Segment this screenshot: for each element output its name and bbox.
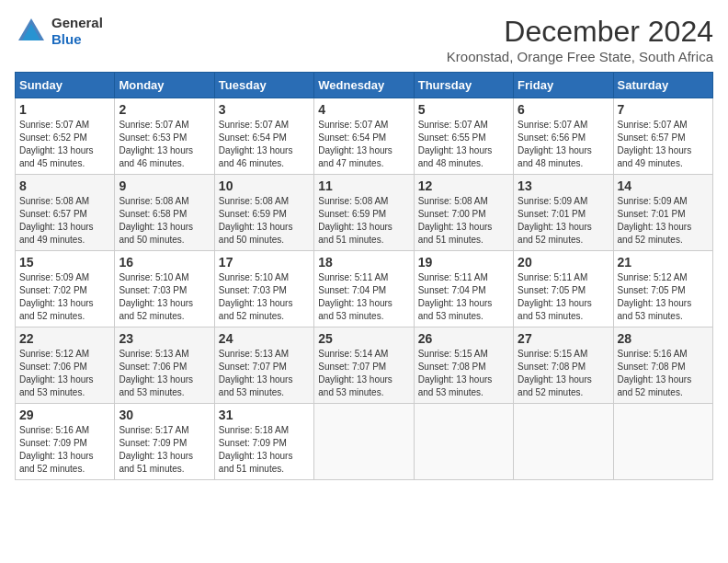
- day-number: 16: [119, 255, 210, 270]
- day-number: 28: [618, 331, 709, 346]
- week-row-2: 8 Sunrise: 5:08 AM Sunset: 6:57 PM Dayli…: [16, 175, 713, 251]
- calendar-cell: 5 Sunrise: 5:07 AM Sunset: 6:55 PM Dayli…: [414, 98, 513, 175]
- day-info: Sunrise: 5:11 AM Sunset: 7:05 PM Dayligh…: [518, 271, 609, 323]
- week-row-5: 29 Sunrise: 5:16 AM Sunset: 7:09 PM Dayl…: [16, 404, 713, 480]
- column-header-thursday: Thursday: [414, 73, 513, 98]
- calendar-cell: 14 Sunrise: 5:09 AM Sunset: 7:01 PM Dayl…: [613, 175, 712, 251]
- day-number: 7: [618, 102, 709, 117]
- week-row-4: 22 Sunrise: 5:12 AM Sunset: 7:06 PM Dayl…: [16, 327, 713, 404]
- day-info: Sunrise: 5:09 AM Sunset: 7:02 PM Dayligh…: [19, 271, 110, 323]
- calendar-cell: 10 Sunrise: 5:08 AM Sunset: 6:59 PM Dayl…: [214, 175, 313, 251]
- day-number: 12: [418, 178, 509, 193]
- day-number: 15: [19, 255, 110, 270]
- day-number: 13: [518, 178, 609, 193]
- day-info: Sunrise: 5:07 AM Sunset: 6:53 PM Dayligh…: [119, 119, 210, 170]
- header: General Blue December 2024 Kroonstad, Or…: [15, 15, 713, 64]
- calendar-cell: 11 Sunrise: 5:08 AM Sunset: 6:59 PM Dayl…: [314, 175, 414, 251]
- day-number: 30: [119, 408, 210, 422]
- column-header-friday: Friday: [514, 73, 613, 98]
- calendar-cell: 15 Sunrise: 5:09 AM Sunset: 7:02 PM Dayl…: [16, 251, 115, 327]
- day-info: Sunrise: 5:07 AM Sunset: 6:57 PM Dayligh…: [618, 119, 709, 170]
- logo: General Blue: [15, 15, 103, 48]
- day-number: 21: [618, 255, 709, 270]
- calendar-cell: 31 Sunrise: 5:18 AM Sunset: 7:09 PM Dayl…: [214, 404, 313, 480]
- calendar-cell: 6 Sunrise: 5:07 AM Sunset: 6:56 PM Dayli…: [514, 98, 613, 175]
- day-number: 23: [119, 331, 210, 346]
- calendar-cell: 28 Sunrise: 5:16 AM Sunset: 7:08 PM Dayl…: [613, 327, 712, 404]
- day-info: Sunrise: 5:08 AM Sunset: 6:58 PM Dayligh…: [119, 195, 210, 247]
- day-number: 27: [518, 331, 609, 346]
- location-title: Kroonstad, Orange Free State, South Afri…: [447, 49, 713, 64]
- calendar-cell: 30 Sunrise: 5:17 AM Sunset: 7:09 PM Dayl…: [115, 404, 214, 480]
- calendar-cell: 26 Sunrise: 5:15 AM Sunset: 7:08 PM Dayl…: [414, 327, 513, 404]
- day-number: 25: [318, 331, 409, 346]
- day-info: Sunrise: 5:16 AM Sunset: 7:09 PM Dayligh…: [19, 424, 110, 476]
- day-info: Sunrise: 5:12 AM Sunset: 7:05 PM Dayligh…: [618, 271, 709, 323]
- day-info: Sunrise: 5:16 AM Sunset: 7:08 PM Dayligh…: [618, 348, 709, 399]
- calendar-cell: 16 Sunrise: 5:10 AM Sunset: 7:03 PM Dayl…: [115, 251, 214, 327]
- column-header-saturday: Saturday: [613, 73, 712, 98]
- day-info: Sunrise: 5:18 AM Sunset: 7:09 PM Dayligh…: [219, 424, 310, 476]
- column-header-sunday: Sunday: [16, 73, 115, 98]
- calendar: SundayMondayTuesdayWednesdayThursdayFrid…: [15, 72, 713, 480]
- calendar-cell: 25 Sunrise: 5:14 AM Sunset: 7:07 PM Dayl…: [314, 327, 414, 404]
- day-number: 10: [219, 178, 310, 193]
- calendar-cell: [613, 404, 712, 480]
- day-info: Sunrise: 5:15 AM Sunset: 7:08 PM Dayligh…: [518, 348, 609, 399]
- day-info: Sunrise: 5:10 AM Sunset: 7:03 PM Dayligh…: [119, 271, 210, 323]
- day-number: 14: [618, 178, 709, 193]
- day-info: Sunrise: 5:17 AM Sunset: 7:09 PM Dayligh…: [119, 424, 210, 476]
- day-number: 4: [318, 102, 409, 117]
- day-number: 11: [318, 178, 409, 193]
- calendar-header: SundayMondayTuesdayWednesdayThursdayFrid…: [16, 73, 713, 98]
- calendar-cell: 24 Sunrise: 5:13 AM Sunset: 7:07 PM Dayl…: [214, 327, 313, 404]
- day-number: 20: [518, 255, 609, 270]
- day-number: 5: [418, 102, 509, 117]
- calendar-cell: 21 Sunrise: 5:12 AM Sunset: 7:05 PM Dayl…: [613, 251, 712, 327]
- calendar-cell: [514, 404, 613, 480]
- day-number: 22: [19, 331, 110, 346]
- calendar-cell: 2 Sunrise: 5:07 AM Sunset: 6:53 PM Dayli…: [115, 98, 214, 175]
- day-info: Sunrise: 5:08 AM Sunset: 6:59 PM Dayligh…: [219, 195, 310, 247]
- week-row-3: 15 Sunrise: 5:09 AM Sunset: 7:02 PM Dayl…: [16, 251, 713, 327]
- day-info: Sunrise: 5:13 AM Sunset: 7:07 PM Dayligh…: [219, 348, 310, 399]
- calendar-cell: 8 Sunrise: 5:08 AM Sunset: 6:57 PM Dayli…: [16, 175, 115, 251]
- column-header-tuesday: Tuesday: [214, 73, 313, 98]
- day-number: 3: [219, 102, 310, 117]
- calendar-body: 1 Sunrise: 5:07 AM Sunset: 6:52 PM Dayli…: [16, 98, 713, 480]
- calendar-cell: [414, 404, 513, 480]
- calendar-cell: 13 Sunrise: 5:09 AM Sunset: 7:01 PM Dayl…: [514, 175, 613, 251]
- day-info: Sunrise: 5:15 AM Sunset: 7:08 PM Dayligh…: [418, 348, 509, 399]
- calendar-cell: 12 Sunrise: 5:08 AM Sunset: 7:00 PM Dayl…: [414, 175, 513, 251]
- day-number: 8: [19, 178, 110, 193]
- calendar-cell: 29 Sunrise: 5:16 AM Sunset: 7:09 PM Dayl…: [16, 404, 115, 480]
- day-info: Sunrise: 5:08 AM Sunset: 7:00 PM Dayligh…: [418, 195, 509, 247]
- month-title: December 2024: [447, 15, 713, 49]
- day-info: Sunrise: 5:09 AM Sunset: 7:01 PM Dayligh…: [518, 195, 609, 247]
- day-info: Sunrise: 5:07 AM Sunset: 6:55 PM Dayligh…: [418, 119, 509, 170]
- calendar-cell: 20 Sunrise: 5:11 AM Sunset: 7:05 PM Dayl…: [514, 251, 613, 327]
- day-info: Sunrise: 5:11 AM Sunset: 7:04 PM Dayligh…: [318, 271, 409, 323]
- day-number: 26: [418, 331, 509, 346]
- logo-blue: Blue: [51, 31, 82, 47]
- day-number: 6: [518, 102, 609, 117]
- day-info: Sunrise: 5:12 AM Sunset: 7:06 PM Dayligh…: [19, 348, 110, 399]
- day-info: Sunrise: 5:10 AM Sunset: 7:03 PM Dayligh…: [219, 271, 310, 323]
- day-number: 9: [119, 178, 210, 193]
- calendar-cell: 19 Sunrise: 5:11 AM Sunset: 7:04 PM Dayl…: [414, 251, 513, 327]
- column-header-monday: Monday: [115, 73, 214, 98]
- calendar-cell: [314, 404, 414, 480]
- day-number: 2: [119, 102, 210, 117]
- day-number: 1: [19, 102, 110, 117]
- day-info: Sunrise: 5:13 AM Sunset: 7:06 PM Dayligh…: [119, 348, 210, 399]
- day-number: 17: [219, 255, 310, 270]
- day-number: 24: [219, 331, 310, 346]
- calendar-cell: 17 Sunrise: 5:10 AM Sunset: 7:03 PM Dayl…: [214, 251, 313, 327]
- header-row: SundayMondayTuesdayWednesdayThursdayFrid…: [16, 73, 713, 98]
- day-number: 19: [418, 255, 509, 270]
- calendar-cell: 18 Sunrise: 5:11 AM Sunset: 7:04 PM Dayl…: [314, 251, 414, 327]
- calendar-cell: 7 Sunrise: 5:07 AM Sunset: 6:57 PM Dayli…: [613, 98, 712, 175]
- calendar-cell: 9 Sunrise: 5:08 AM Sunset: 6:58 PM Dayli…: [115, 175, 214, 251]
- day-info: Sunrise: 5:07 AM Sunset: 6:52 PM Dayligh…: [19, 119, 110, 170]
- day-info: Sunrise: 5:14 AM Sunset: 7:07 PM Dayligh…: [318, 348, 409, 399]
